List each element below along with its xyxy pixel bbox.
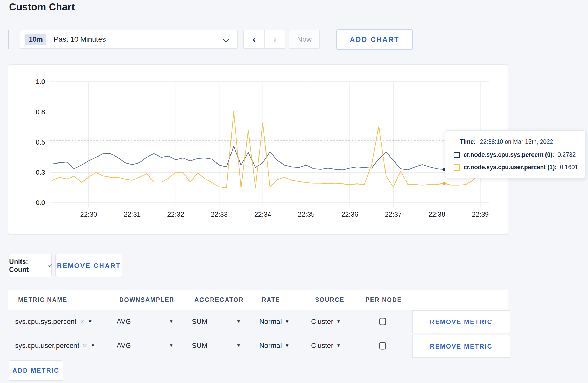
col-header-source: SOURCE	[315, 290, 344, 310]
downsampler-select[interactable]: AVG	[117, 312, 131, 331]
source-text: Cluster	[311, 342, 333, 350]
time-range-select[interactable]: 10m Past 10 Minutes	[20, 30, 238, 49]
units-label: Units: Count	[9, 258, 44, 274]
caret-down-icon[interactable]: ▼	[169, 312, 173, 331]
user-series-swatch-icon	[454, 164, 460, 171]
col-header-rate: RATE	[262, 290, 280, 310]
add-chart-button[interactable]: ADD CHART	[336, 29, 413, 50]
chevron-down-icon	[223, 36, 229, 42]
tooltip-time-label: Time:	[460, 138, 476, 145]
rate-select[interactable]: Normal ▼	[259, 312, 289, 331]
caret-down-icon: ▼	[285, 319, 289, 324]
clear-metric-icon[interactable]: ×	[83, 342, 87, 350]
sys-series-swatch-icon	[454, 152, 460, 158]
page-title: Custom Chart	[9, 2, 75, 13]
x-axis-tick-label: 22:34	[254, 210, 271, 218]
x-axis-tick-label: 22:35	[298, 210, 315, 218]
aggregator-select[interactable]: SUM	[192, 336, 207, 355]
caret-down-icon: ▼	[337, 343, 341, 348]
x-axis-tick-label: 22:30	[80, 210, 97, 218]
downsampler-select[interactable]: AVG	[117, 336, 131, 355]
caret-down-icon[interactable]: ▼	[236, 336, 241, 355]
col-header-metric-name: METRIC NAME	[18, 290, 67, 310]
remove-metric-button[interactable]: REMOVE METRIC	[412, 310, 510, 333]
chevron-down-icon	[47, 263, 52, 267]
x-axis-tick-label: 22:39	[472, 210, 489, 218]
table-row: sys.cpu.sys.percent × ▼ AVG ▼ SUM ▼ Norm…	[8, 312, 508, 331]
units-select[interactable]: Units: Count	[9, 254, 52, 277]
metric-name-dropdown[interactable]: sys.cpu.sys.percent × ▼	[15, 312, 92, 331]
x-axis-tick-label: 22:37	[385, 210, 402, 218]
caret-down-icon[interactable]: ▼	[236, 312, 241, 331]
source-select[interactable]: Cluster ▼	[311, 312, 341, 331]
chart-tooltip: Time: 22:38:10 on Mar 15th, 2022 cr.node…	[445, 130, 586, 178]
source-text: Cluster	[311, 318, 333, 326]
tooltip-series-value: 0.1601	[560, 164, 578, 171]
aggregator-select[interactable]: SUM	[192, 312, 207, 331]
cpu-chart[interactable]: 0.00.30.50.81.022:3022:3122:3222:3322:34…	[8, 65, 509, 235]
rate-text: Normal	[259, 318, 282, 326]
tooltip-series-label: cr.node.sys.cpu.user.percent (1):	[464, 164, 557, 171]
tooltip-series-row: cr.node.sys.cpu.user.percent (1): 0.1601	[454, 164, 578, 171]
y-axis-tick-label: 0.3	[36, 168, 45, 176]
caret-down-icon[interactable]: ▼	[169, 336, 173, 355]
tooltip-time-value: 22:38:10 on Mar 15th, 2022	[480, 138, 553, 145]
col-header-per-node: PER NODE	[366, 290, 402, 310]
now-button[interactable]: Now	[289, 30, 320, 49]
remove-metric-button[interactable]: REMOVE METRIC	[412, 335, 510, 358]
remove-chart-button[interactable]: REMOVE CHART	[55, 254, 122, 277]
time-window-arrows: ‹ ›	[243, 30, 285, 49]
x-axis-tick-label: 22:36	[341, 210, 358, 218]
toolbar-divider	[8, 30, 9, 49]
caret-down-icon: ▼	[337, 319, 341, 324]
tooltip-series-row: cr.node.sys.cpu.sys.percent (0): 0.2732	[454, 151, 576, 158]
metric-name-text: sys.cpu.sys.percent	[15, 318, 76, 326]
tooltip-series-label: cr.node.sys.cpu.sys.percent (0):	[464, 151, 554, 158]
rate-text: Normal	[259, 342, 282, 350]
per-node-checkbox[interactable]	[379, 342, 386, 350]
tooltip-time-row: Time: 22:38:10 on Mar 15th, 2022	[460, 138, 553, 145]
x-axis-tick-label: 22:38	[428, 210, 445, 218]
y-axis-tick-label: 0.5	[36, 138, 45, 146]
metrics-table-header: METRIC NAME DOWNSAMPLER AGGREGATOR RATE …	[8, 290, 508, 310]
custom-chart-page: Custom Chart 10m Past 10 Minutes ‹ › Now…	[0, 0, 588, 383]
y-axis-tick-label: 0.0	[36, 199, 45, 207]
table-row: sys.cpu.user.percent × ▼ AVG ▼ SUM ▼ Nor…	[8, 336, 508, 355]
metric-name-dropdown[interactable]: sys.cpu.user.percent × ▼	[15, 336, 95, 355]
rate-select[interactable]: Normal ▼	[259, 336, 289, 355]
series-line-cr.node.sys.cpu.user.percent	[52, 111, 488, 188]
x-axis-tick-label: 22:32	[167, 210, 184, 218]
caret-down-icon: ▼	[90, 343, 95, 348]
metric-name-text: sys.cpu.user.percent	[15, 342, 79, 350]
tooltip-series-value: 0.2732	[557, 151, 576, 158]
x-axis-tick-label: 22:33	[211, 210, 228, 218]
series-line-cr.node.sys.cpu.sys.percent	[52, 146, 488, 172]
next-window-button[interactable]: ›	[265, 30, 285, 48]
clear-metric-icon[interactable]: ×	[80, 318, 84, 326]
y-axis-tick-label: 1.0	[36, 78, 45, 86]
caret-down-icon: ▼	[88, 319, 92, 324]
col-header-downsampler: DOWNSAMPLER	[119, 290, 174, 310]
time-range-label: Past 10 Minutes	[54, 35, 106, 44]
col-header-aggregator: AGGREGATOR	[194, 290, 244, 310]
x-axis-tick-label: 22:31	[124, 210, 141, 218]
prev-window-button[interactable]: ‹	[244, 30, 265, 48]
time-range-badge: 10m	[25, 34, 46, 45]
y-axis-tick-label: 0.8	[36, 108, 45, 116]
caret-down-icon: ▼	[285, 343, 289, 348]
add-metric-button[interactable]: ADD METRIC	[9, 360, 63, 381]
source-select[interactable]: Cluster ▼	[311, 336, 341, 355]
per-node-checkbox[interactable]	[379, 318, 386, 325]
chart-card: 0.00.30.50.81.022:3022:3122:3222:3322:34…	[8, 64, 508, 235]
